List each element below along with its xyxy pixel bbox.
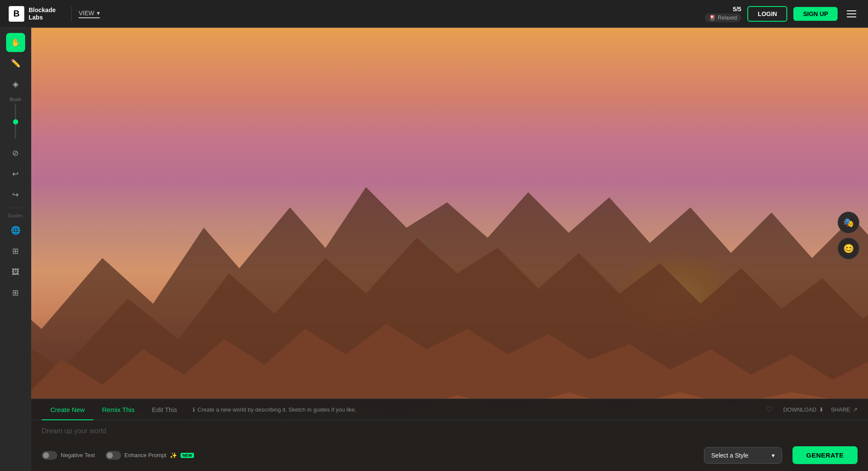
header-right: 5/5 🎴 Relaxed LOGIN SIGN UP: [705, 6, 859, 22]
style-select-label: Select a Style: [711, 452, 767, 459]
view-button[interactable]: VIEW ▾: [79, 10, 100, 18]
negative-text-thumb: [43, 452, 49, 458]
style-chevron-icon: ▾: [772, 452, 775, 459]
sidebar-grid-guide[interactable]: ⊞: [6, 283, 25, 302]
sidebar-undo-tool[interactable]: ↩: [6, 164, 25, 183]
panel-tabs: Create New Remix This Edit This ℹ Create…: [31, 399, 868, 420]
credits-count: 5/5: [733, 6, 741, 13]
hand-icon: ✋: [11, 38, 20, 47]
enhance-prompt-label: Enhance Prompt: [125, 452, 167, 458]
enhance-prompt-toggle[interactable]: [105, 451, 121, 460]
download-label: DOWNLOAD: [783, 406, 817, 413]
view-chevron-icon: ▾: [97, 10, 100, 16]
style-select[interactable]: Select a Style ▾: [704, 447, 782, 464]
avatar-float-icon: 🎭: [843, 217, 854, 228]
generate-button[interactable]: GENERATE: [792, 446, 858, 464]
relaxed-icon: 🎴: [709, 15, 716, 21]
guides-label: Guides: [8, 213, 23, 218]
hint-text: Create a new world by describing it. Ske…: [197, 406, 356, 413]
erase-icon: ⊘: [12, 148, 19, 158]
grid-icon: ⊞: [12, 288, 19, 298]
negative-text-toggle-group: Negative Text: [42, 451, 95, 460]
panel-hint: ℹ Create a new world by describing it. S…: [193, 406, 356, 413]
prompt-input[interactable]: [42, 425, 858, 437]
logo-letter: B: [13, 9, 20, 19]
sidebar-hand-tool[interactable]: ✋: [6, 33, 25, 52]
image-icon: 🖼: [12, 268, 20, 277]
brush-track[interactable]: [15, 104, 16, 138]
login-button[interactable]: LOGIN: [747, 6, 787, 22]
download-icon: ⬇: [819, 406, 824, 413]
favorite-button[interactable]: ♡: [763, 402, 776, 416]
redo-icon: ↪: [12, 190, 19, 200]
bottom-panel: Create New Remix This Edit This ℹ Create…: [31, 399, 868, 471]
menu-button[interactable]: [844, 6, 859, 22]
relaxed-badge: 🎴 Relaxed: [705, 13, 741, 22]
tab-create-new[interactable]: Create New: [42, 399, 93, 420]
face-float-icon: 😊: [843, 243, 854, 254]
sidebar-globe-guide[interactable]: 🌐: [6, 221, 25, 240]
download-button[interactable]: DOWNLOAD ⬇: [783, 406, 824, 413]
logo-box: B: [9, 6, 24, 22]
avatar-float-button[interactable]: 🎭: [838, 212, 859, 233]
enhance-prompt-toggle-group: Enhance Prompt ✨ NEW: [105, 451, 194, 460]
brush-slider-container: Brush: [10, 95, 21, 142]
menu-line-3: [847, 16, 856, 17]
header-divider: [71, 6, 72, 22]
face-float-button[interactable]: 😊: [838, 238, 859, 259]
panel-input-area: [31, 420, 868, 442]
sidebar-layer-guide[interactable]: ⊞: [6, 242, 25, 261]
heart-icon: ♡: [766, 405, 773, 414]
signup-button[interactable]: SIGN UP: [793, 7, 838, 21]
pencil-icon: ✏️: [11, 59, 20, 68]
sidebar: ✋ ✏️ ◈ Brush ⊘ ↩ ↪ Guides 🌐 ⊞ 🖼 ⊞: [0, 28, 31, 471]
sidebar-pencil-tool[interactable]: ✏️: [6, 54, 25, 73]
panel-actions: ♡ DOWNLOAD ⬇ SHARE ↗: [763, 402, 858, 416]
tab-edit-this[interactable]: Edit This: [143, 399, 186, 420]
sidebar-redo-tool[interactable]: ↪: [6, 185, 25, 204]
menu-line-2: [847, 13, 856, 14]
globe-icon: 🌐: [11, 226, 20, 235]
header: B BlockadeLabs VIEW ▾ 5/5 🎴 Relaxed LOGI…: [0, 0, 868, 28]
sidebar-brush-tool[interactable]: ◈: [6, 75, 25, 94]
logo: B BlockadeLabs: [9, 6, 56, 22]
credits-info: 5/5 🎴 Relaxed: [705, 6, 741, 22]
negative-text-label: Negative Text: [61, 452, 95, 458]
view-label: VIEW: [79, 10, 94, 16]
tab-remix-this[interactable]: Remix This: [93, 399, 143, 420]
share-button[interactable]: SHARE ↗: [831, 406, 858, 413]
panel-controls: Negative Text Enhance Prompt ✨ NEW Selec…: [31, 442, 868, 471]
new-badge: NEW: [181, 453, 194, 458]
brush-thumb: [13, 119, 18, 124]
menu-line-1: [847, 10, 856, 11]
right-float-buttons: 🎭 😊: [838, 212, 859, 259]
layer-icon: ⊞: [12, 246, 19, 256]
relaxed-label: Relaxed: [718, 15, 737, 21]
hint-icon: ℹ: [193, 406, 195, 413]
negative-text-toggle[interactable]: [42, 451, 57, 460]
logo-name: BlockadeLabs: [29, 7, 56, 21]
share-icon: ↗: [853, 406, 858, 413]
enhance-prompt-thumb: [107, 452, 113, 458]
sidebar-divider: [7, 208, 24, 208]
brush-icon: ◈: [13, 79, 19, 89]
share-label: SHARE: [831, 406, 850, 413]
sparkle-icon: ✨: [170, 452, 177, 459]
undo-icon: ↩: [12, 169, 19, 179]
sidebar-image-guide[interactable]: 🖼: [6, 262, 25, 281]
brush-label: Brush: [10, 97, 21, 102]
sidebar-erase-tool[interactable]: ⊘: [6, 144, 25, 163]
